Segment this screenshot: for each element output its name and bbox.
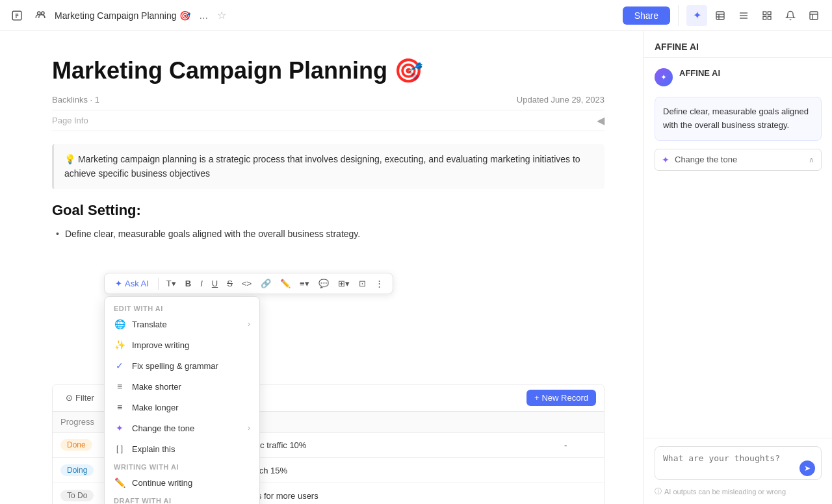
- doc-meta: Backlinks · 1 Updated June 29, 2023: [52, 95, 604, 105]
- doc-title: Marketing Campaign Planning 🎯: [55, 10, 190, 21]
- align-button[interactable]: ≡▾: [296, 276, 313, 291]
- pen-icon: ✏️: [114, 477, 125, 488]
- change-tone-label: Change the tone: [675, 155, 737, 164]
- improve-icon: ✨: [114, 339, 125, 351]
- comment-button[interactable]: 💬: [315, 276, 333, 291]
- favorite-button[interactable]: ☆: [217, 9, 226, 21]
- underline-button[interactable]: U: [208, 276, 222, 291]
- panel-content: ✦ AFFINE AI Define clear, measurable goa…: [644, 58, 832, 438]
- table-icon[interactable]: [710, 5, 731, 26]
- menu-item-tone-label: Change the tone: [132, 423, 194, 433]
- menu-item-improve[interactable]: ✨ Improve writing: [105, 334, 259, 355]
- edit-section-label: EDIT WITH AI: [105, 301, 259, 314]
- plus-icon: +: [534, 393, 540, 403]
- right-panel: AFFINE AI ✦ AFFINE AI Define clear, meas…: [644, 31, 832, 504]
- backlinks[interactable]: Backlinks · 1: [52, 95, 99, 105]
- context-menu: EDIT WITH AI 🌐 Translate › ✨ Improve wri…: [104, 296, 260, 504]
- panel-header: AFFINE AI: [644, 31, 832, 58]
- translate-icon: 🌐: [114, 318, 125, 330]
- svg-rect-16: [763, 16, 766, 19]
- toolbar-separator: [158, 278, 159, 290]
- svg-rect-17: [810, 12, 818, 19]
- doing-badge: Doing: [60, 464, 94, 476]
- page-info-label: Page Info: [52, 116, 88, 125]
- actions-header: [556, 412, 604, 433]
- code-button[interactable]: <>: [238, 276, 255, 291]
- menu-item-longer[interactable]: ≡ Make longer: [105, 397, 259, 418]
- menu-item-improve-label: Improve writing: [132, 340, 189, 350]
- ai-disclaimer: ⓘ AI outputs can be misleading or wrong: [655, 486, 822, 496]
- change-tone-chevron-icon: ∧: [809, 155, 814, 164]
- svg-rect-6: [716, 12, 724, 19]
- explain-icon: [ ]: [114, 443, 125, 455]
- italic-button[interactable]: I: [196, 276, 207, 291]
- block-button[interactable]: ⊞▾: [334, 276, 354, 291]
- list-icon[interactable]: [733, 5, 754, 26]
- row-actions-3: [556, 483, 604, 504]
- ai-panel-icon[interactable]: ✦: [686, 5, 707, 26]
- menu-item-explain[interactable]: [ ] Explain this: [105, 438, 259, 459]
- filter-button[interactable]: ⊙ Filter: [60, 390, 99, 405]
- grid-icon[interactable]: [757, 5, 777, 26]
- check-icon: ✓: [114, 360, 125, 372]
- updated-date: Updated June 29, 2023: [517, 95, 604, 105]
- collab-icon[interactable]: [31, 6, 49, 25]
- svg-rect-15: [768, 16, 771, 19]
- more-toolbar-button[interactable]: ⊡: [355, 276, 370, 291]
- todo-badge: To Do: [60, 490, 94, 501]
- new-record-button[interactable]: + New Record: [526, 390, 596, 406]
- change-tone-row[interactable]: ✦ Change the tone ∧: [655, 149, 822, 171]
- svg-rect-14: [768, 12, 771, 15]
- longer-icon: ≡: [114, 401, 125, 413]
- strikethrough-button[interactable]: S: [223, 276, 237, 291]
- topbar-left: Marketing Campaign Planning 🎯 ... ☆: [8, 6, 618, 25]
- extra-menu-button[interactable]: ⋮: [371, 276, 387, 291]
- link-button[interactable]: 🔗: [257, 276, 275, 291]
- ask-ai-button[interactable]: ✦ Ask AI: [110, 276, 154, 291]
- notification-icon[interactable]: [780, 5, 801, 26]
- done-badge: Done: [60, 439, 92, 451]
- page-title: Marketing Campaign Planning 🎯: [52, 57, 604, 84]
- callout-block: 💡 Marketing campaign planning is a strat…: [52, 144, 604, 189]
- share-button[interactable]: Share: [623, 6, 670, 25]
- page-info-bar: Page Info ◀: [52, 110, 604, 131]
- filter-icon: ⊙: [66, 393, 73, 403]
- goal-setting-heading: Goal Setting:: [52, 202, 604, 219]
- text-type-button[interactable]: T▾: [162, 276, 180, 291]
- page-info-toggle[interactable]: ◀: [597, 114, 604, 127]
- tone-icon: ✦: [114, 422, 125, 434]
- menu-item-translate-label: Translate: [132, 320, 167, 329]
- topbar: Marketing Campaign Planning 🎯 ... ☆ Shar…: [0, 0, 832, 31]
- svg-rect-13: [763, 12, 766, 15]
- menu-item-shorter[interactable]: ≡ Make shorter: [105, 376, 259, 397]
- callout-text: Marketing campaign planning is a strateg…: [64, 154, 580, 179]
- ai-response-box: Define clear, measurable goals aligned w…: [655, 97, 822, 141]
- menu-item-fix-spelling[interactable]: ✓ Fix spelling & grammar: [105, 355, 259, 376]
- menu-item-longer-label: Make longer: [132, 403, 179, 412]
- writing-section-label: WRITING WITH AI: [105, 459, 259, 472]
- more-menu-button[interactable]: ...: [196, 7, 212, 24]
- menu-item-shorter-label: Make shorter: [132, 382, 181, 392]
- affine-ai-label: AFFINE AI: [679, 68, 720, 78]
- panel-input[interactable]: [655, 446, 822, 480]
- ai-label-row: ✦ AFFINE AI: [655, 68, 822, 86]
- panel-send-button[interactable]: ➤: [800, 460, 815, 476]
- bold-button[interactable]: B: [181, 276, 195, 291]
- menu-item-explain-label: Explain this: [132, 444, 175, 454]
- row-actions-2: [556, 458, 604, 483]
- text-toolbar: ✦ Ask AI T▾ B I U S <> 🔗 ✏️ ≡▾ 💬 ⊞▾ ⊡ ⋮: [104, 273, 393, 294]
- highlight-button[interactable]: ✏️: [276, 276, 294, 291]
- menu-item-continue[interactable]: ✏️ Continue writing: [105, 472, 259, 493]
- menu-item-translate[interactable]: 🌐 Translate ›: [105, 314, 259, 334]
- bullet-item-1: Define clear, measurable goals aligned w…: [52, 227, 604, 241]
- doc-icon[interactable]: [8, 6, 26, 25]
- panel-footer: ➤ ⓘ AI outputs can be misleading or wron…: [644, 438, 832, 504]
- menu-item-change-tone[interactable]: ✦ Change the tone ›: [105, 418, 259, 438]
- row-actions-1: -: [556, 433, 604, 458]
- shorter-icon: ≡: [114, 381, 125, 392]
- draft-section-label: DRAFT WITH AI: [105, 493, 259, 504]
- tone-arrow-icon: ›: [248, 423, 250, 433]
- layout-icon[interactable]: [803, 5, 824, 26]
- topbar-actions: Share: [623, 6, 670, 25]
- info-icon: ⓘ: [655, 486, 662, 496]
